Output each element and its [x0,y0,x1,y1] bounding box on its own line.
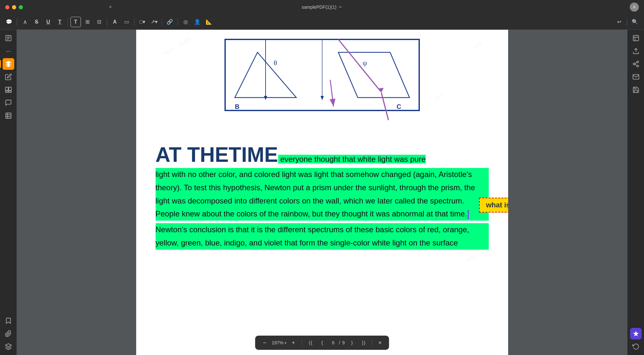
underline-tool-icon[interactable]: U [43,17,53,27]
sidebar-icon-highlight[interactable] [3,58,14,70]
traffic-lights [5,5,23,9]
comment-tool-icon[interactable]: 💬 [4,17,14,27]
link-tool-icon[interactable]: 🔗 [165,17,175,27]
sidebar-icon-table[interactable] [3,110,14,121]
toolbar-sep-1 [17,18,17,26]
svg-line-36 [635,64,637,66]
sidebar-icon-attachment[interactable] [3,328,14,339]
diagram-area: θ ψ B C [156,36,489,123]
measure-tool-icon[interactable]: 📐 [204,17,214,27]
svg-text:θ: θ [274,59,277,67]
svg-marker-12 [5,344,11,347]
main-layout: — Rachel（友相圆） [0,30,644,355]
total-pages: 9 [342,340,345,345]
typewriter-tool-icon[interactable]: T [71,17,81,27]
page-display: 6 / 9 [329,340,345,345]
arc-tool-icon[interactable]: ∧ [20,17,30,27]
line-tool-icon[interactable]: ↗▾ [149,17,159,27]
font-color-tool-icon[interactable]: A [110,17,120,27]
new-tab-button[interactable]: + [109,4,112,11]
toolbar-sep-2 [68,18,68,26]
toolbar-sep-5 [162,18,162,26]
svg-rect-4 [5,87,8,90]
fill-color-tool-icon[interactable]: ▭ [121,17,132,27]
svg-point-33 [637,61,639,63]
pdf-page: Rachel（友相圆） 0930 Rachel（友相圆） 0930 Rachel… [136,30,508,355]
zoom-dropdown-icon[interactable]: ▾ [285,341,286,345]
paragraph-1-highlight: light with no other color, and colored l… [156,168,489,221]
left-sidebar: — [0,30,17,355]
toolbar-sep-4 [134,18,135,26]
zoom-out-button[interactable]: − [260,338,269,347]
paragraph-2-highlight: Newton's conclusion is that it is the di… [156,223,489,250]
page-input[interactable]: 6 [329,340,337,345]
shapes-tool-icon[interactable]: □▾ [137,17,147,27]
toolbar-sep-6 [178,18,178,26]
right-sidebar-icon-ai[interactable] [630,328,642,339]
next-page-button[interactable]: ⟩ [347,338,356,347]
watermark-6: 0930 [466,254,476,263]
right-sidebar-icon-import[interactable] [630,32,642,44]
svg-point-34 [633,63,635,65]
sidebar-icon-pages[interactable] [3,84,14,96]
search-tool-icon[interactable]: 🔍 [630,17,640,27]
sidebar-icon-edit[interactable] [3,71,14,83]
svg-rect-6 [5,91,8,93]
signature-tool-icon[interactable]: 👤 [192,17,202,27]
callout-tool-icon[interactable]: ⊟ [94,17,104,27]
window-title: samplePDF(1)(1) ✏ [302,5,342,10]
right-sidebar-icon-save[interactable] [630,84,642,96]
right-sidebar-icon-share[interactable] [630,58,642,70]
user-avatar[interactable]: A [630,3,639,12]
svg-rect-29 [633,36,639,41]
svg-point-35 [637,65,639,67]
inline-highlight-start: everyone thought that white light was pu… [278,155,426,163]
sidebar-icon-layers[interactable] [3,341,14,352]
right-sidebar-icon-undo[interactable] [630,341,642,352]
pdf-content-area: Rachel（友相圆） 0930 Rachel（友相圆） 0930 Rachel… [17,30,627,355]
titlebar: samplePDF(1)(1) ✏ + A [0,0,644,14]
bottom-sep-2 [372,339,372,346]
zoom-display: 197% ▾ [272,340,286,345]
annotation-arrow [324,78,343,110]
first-page-button[interactable]: ⟨⟨ [306,338,315,347]
article-heading: AT THETIME [156,143,278,166]
minimize-button[interactable] [12,5,16,9]
toolbar-sep-7 [627,18,627,26]
page-separator: / [339,340,340,345]
close-toolbar-button[interactable]: ✕ [376,339,384,347]
sidebar-icon-comments[interactable] [3,97,14,109]
zoom-value: 197% [272,340,283,345]
bottom-sep-1 [302,339,302,346]
annotation-box[interactable]: what is UPDF [479,198,508,213]
svg-line-28 [330,80,333,107]
right-sidebar-icon-mail[interactable] [630,71,642,83]
close-button[interactable] [5,5,9,9]
svg-line-37 [635,62,637,64]
undo-tool-icon[interactable]: ↩ [614,17,624,27]
svg-text:ψ: ψ [363,59,367,67]
text-cursor [468,210,469,219]
edit-title-icon[interactable]: ✏ [339,5,342,9]
toolbar-sep-3 [107,18,107,26]
prism-diagram-svg: θ ψ B C [209,36,435,123]
strikethrough-tool-icon[interactable]: S [31,17,42,27]
right-sidebar-icon-export[interactable] [630,45,642,57]
maximize-button[interactable] [19,5,23,9]
svg-rect-5 [8,87,11,90]
last-page-button[interactable]: ⟩⟩ [359,338,368,347]
sidebar-icon-bookmark[interactable] [3,315,14,327]
annotation-toolbar: 💬 ∧ S U T T ⊞ ⊟ A ▭ □▾ ↗▾ 🔗 ◎ 👤 📐 ↩ 🔍 [0,14,644,30]
zoom-in-button[interactable]: + [289,338,298,347]
pdf-scroll[interactable]: Rachel（友相圆） 0930 Rachel（友相圆） 0930 Rachel… [17,30,627,355]
stamp-tool-icon[interactable]: ◎ [180,17,191,27]
text-tool-icon[interactable]: T [55,17,65,27]
prev-page-button[interactable]: ⟨ [318,338,327,347]
textbox-tool-icon[interactable]: ⊞ [82,17,93,27]
heading-line: AT THETIME everyone thought that white l… [156,143,489,167]
svg-text:B: B [235,103,239,110]
sidebar-icon-collapse[interactable]: — [3,45,14,57]
bottom-toolbar: − 197% ▾ + ⟨⟨ ⟨ 6 / 9 ⟩ ⟩⟩ ✕ [255,336,389,350]
sidebar-icon-read[interactable] [3,32,14,44]
text-content-area: AT THETIME everyone thought that white l… [156,143,489,250]
